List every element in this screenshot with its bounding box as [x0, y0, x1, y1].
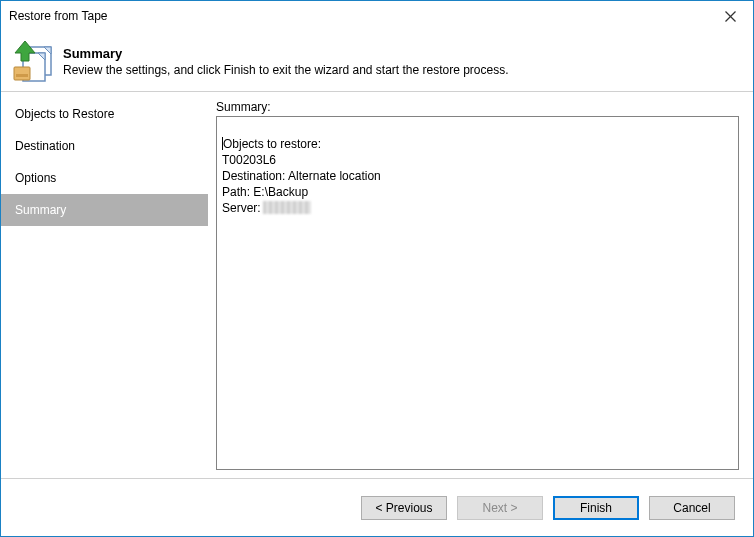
sidebar-item-options[interactable]: Options — [1, 162, 208, 194]
main-panel: Summary: Objects to restore: T00203L6 De… — [208, 92, 753, 478]
summary-label: Summary: — [216, 100, 739, 114]
wizard-header: Summary Review the settings, and click F… — [1, 31, 753, 91]
summary-server-redacted — [263, 201, 311, 214]
header-subtitle: Review the settings, and click Finish to… — [63, 63, 509, 77]
wizard-icon — [13, 37, 53, 85]
wizard-footer: < Previous Next > Finish Cancel — [1, 478, 753, 536]
summary-line-path: Path: E:\Backup — [222, 185, 308, 199]
wizard-body: Objects to Restore Destination Options S… — [1, 92, 753, 478]
cancel-button[interactable]: Cancel — [649, 496, 735, 520]
summary-line-server-label: Server: — [222, 201, 261, 215]
header-title: Summary — [63, 46, 509, 61]
svg-rect-6 — [14, 67, 30, 80]
close-icon — [725, 11, 736, 22]
summary-line-objects-header: Objects to restore: — [223, 137, 321, 151]
svg-rect-7 — [16, 74, 28, 77]
next-button: Next > — [457, 496, 543, 520]
summary-line-object-1: T00203L6 — [222, 153, 276, 167]
header-text: Summary Review the settings, and click F… — [63, 46, 509, 77]
sidebar-item-summary[interactable]: Summary — [1, 194, 208, 226]
sidebar-item-destination[interactable]: Destination — [1, 130, 208, 162]
previous-button[interactable]: < Previous — [361, 496, 447, 520]
summary-textbox[interactable]: Objects to restore: T00203L6 Destination… — [216, 116, 739, 470]
window-title: Restore from Tape — [9, 9, 108, 23]
summary-line-destination: Destination: Alternate location — [222, 169, 381, 183]
titlebar: Restore from Tape — [1, 1, 753, 31]
close-button[interactable] — [708, 2, 753, 31]
wizard-window: Restore from Tape — [0, 0, 754, 537]
finish-button[interactable]: Finish — [553, 496, 639, 520]
wizard-sidebar: Objects to Restore Destination Options S… — [1, 92, 208, 478]
sidebar-item-objects[interactable]: Objects to Restore — [1, 98, 208, 130]
